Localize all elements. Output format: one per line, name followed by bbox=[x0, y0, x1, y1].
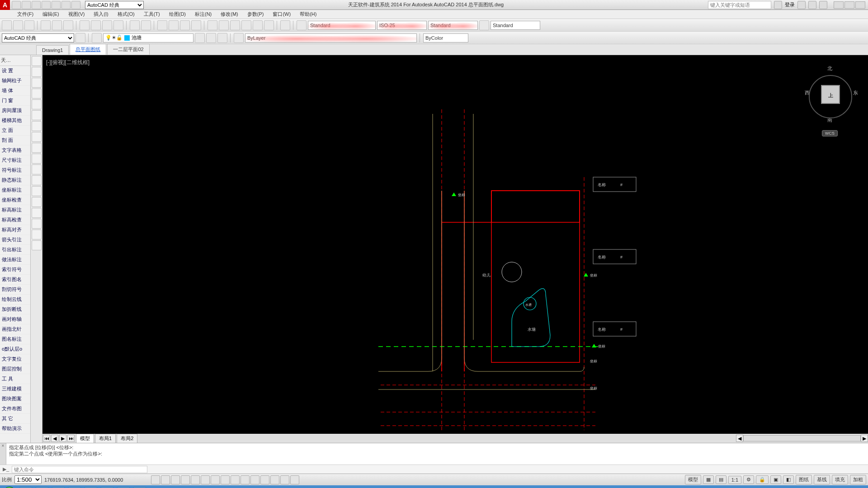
block-icon[interactable] bbox=[32, 197, 42, 207]
workspace-combo[interactable]: AutoCAD 经典 bbox=[2, 33, 74, 42]
sheetset-icon[interactable] bbox=[241, 20, 251, 30]
layer-combo[interactable]: 💡 ☀ 🔓 池塘 bbox=[103, 33, 193, 42]
tz-item[interactable]: 立 面 bbox=[0, 126, 30, 136]
tz-item[interactable]: 帮助演示 bbox=[0, 424, 30, 434]
help-icon[interactable] bbox=[819, 1, 827, 9]
doc-tab-drawing1[interactable]: Drawing1 bbox=[36, 45, 69, 55]
menu-file[interactable]: 文件(F) bbox=[14, 10, 37, 19]
user-icon[interactable] bbox=[774, 1, 782, 9]
tz-item[interactable]: 画对称轴 bbox=[0, 314, 30, 324]
status-bold[interactable]: 加粗 bbox=[850, 475, 866, 484]
mleader-icon[interactable] bbox=[479, 20, 489, 30]
quickview-layouts-icon[interactable]: ▦ bbox=[703, 475, 714, 484]
tz-item[interactable]: 尺寸标注 bbox=[0, 155, 30, 165]
menu-help[interactable]: 帮助(H) bbox=[296, 10, 320, 19]
designcenter-icon[interactable] bbox=[219, 20, 229, 30]
minimize-button[interactable] bbox=[834, 1, 844, 9]
paste-icon[interactable] bbox=[102, 20, 112, 30]
layout2-tab[interactable]: 布局2 bbox=[117, 434, 137, 443]
hscrollbar[interactable] bbox=[743, 435, 861, 441]
tab-prev-icon[interactable]: ◀ bbox=[51, 435, 58, 442]
insert-icon[interactable] bbox=[32, 208, 42, 218]
open-icon[interactable] bbox=[22, 1, 31, 9]
region-icon[interactable] bbox=[32, 154, 42, 164]
model-tab[interactable]: 模型 bbox=[76, 434, 94, 443]
textstyle-icon[interactable] bbox=[297, 20, 307, 30]
tz-item[interactable]: 房间屋顶 bbox=[0, 106, 30, 116]
tz-item[interactable]: 文字表格 bbox=[0, 145, 30, 155]
isolate-icon[interactable]: ◧ bbox=[783, 475, 794, 484]
polar-toggle[interactable] bbox=[181, 475, 190, 484]
zoom-window-icon[interactable] bbox=[180, 20, 190, 30]
dyn-toggle[interactable] bbox=[231, 475, 240, 484]
tz-item[interactable]: 索引图名 bbox=[0, 275, 30, 285]
cmdline-close-icon[interactable]: × bbox=[0, 443, 6, 465]
infer-toggle[interactable] bbox=[290, 475, 299, 484]
dim-style-combo[interactable]: ISO-25 bbox=[377, 21, 427, 30]
table-icon[interactable] bbox=[32, 164, 42, 174]
tab-last-icon[interactable]: ⏭ bbox=[67, 435, 75, 442]
menu-tools[interactable]: 工具(T) bbox=[140, 10, 164, 19]
text-style-combo[interactable]: Standard bbox=[308, 21, 376, 30]
mleader-style-combo[interactable]: Standard bbox=[491, 21, 540, 30]
polygon-icon[interactable] bbox=[32, 132, 42, 142]
tz-item[interactable]: 坐标标注 bbox=[0, 185, 30, 195]
markup-icon[interactable] bbox=[253, 20, 263, 30]
menu-window[interactable]: 窗口(W) bbox=[269, 10, 294, 19]
ortho-toggle[interactable] bbox=[171, 475, 180, 484]
toolpalette-icon[interactable] bbox=[230, 20, 240, 30]
table-style-combo[interactable]: Standard bbox=[428, 21, 478, 30]
matchprop-icon[interactable] bbox=[113, 20, 123, 30]
undo-icon[interactable] bbox=[61, 1, 71, 9]
close-button[interactable] bbox=[855, 1, 865, 9]
tz-item[interactable]: 工 具 bbox=[0, 374, 30, 384]
cut-icon[interactable] bbox=[80, 20, 90, 30]
saveas-icon[interactable] bbox=[42, 1, 51, 9]
menu-param[interactable]: 参数(P) bbox=[244, 10, 268, 19]
pline-icon[interactable] bbox=[32, 67, 42, 77]
cloud-icon[interactable] bbox=[808, 1, 816, 9]
tz-item[interactable]: 绘制云线 bbox=[0, 295, 30, 305]
menu-format[interactable]: 格式(O) bbox=[114, 10, 138, 19]
grid-toggle[interactable] bbox=[161, 475, 170, 484]
tz-item[interactable]: 符号标注 bbox=[0, 165, 30, 175]
layer-iso-icon[interactable] bbox=[217, 33, 227, 43]
preview-icon[interactable] bbox=[52, 20, 62, 30]
pan-icon[interactable] bbox=[157, 20, 167, 30]
tz-item[interactable]: 图块图案 bbox=[0, 394, 30, 404]
save-icon[interactable] bbox=[24, 20, 34, 30]
doc-tab-siteplan[interactable]: 总平面图纸 bbox=[70, 44, 106, 55]
hw-accel-icon[interactable]: ▣ bbox=[770, 475, 781, 484]
point-icon[interactable] bbox=[32, 186, 42, 196]
viewcube-east[interactable]: 东 bbox=[853, 89, 858, 96]
layer-prev-icon[interactable] bbox=[195, 33, 205, 43]
ellipse-icon[interactable] bbox=[32, 121, 42, 131]
undo-icon[interactable] bbox=[130, 20, 140, 30]
menu-draw[interactable]: 绘图(D) bbox=[165, 10, 189, 19]
tz-item[interactable]: 标高标注 bbox=[0, 205, 30, 215]
layer-props-icon[interactable] bbox=[92, 33, 102, 43]
ducs-toggle[interactable] bbox=[221, 475, 230, 484]
hatch-icon[interactable] bbox=[32, 143, 42, 153]
wcs-badge[interactable]: WCS bbox=[822, 130, 838, 136]
line-icon[interactable] bbox=[32, 56, 42, 66]
tz-item[interactable]: 楼梯其他 bbox=[0, 116, 30, 126]
3dosnap-toggle[interactable] bbox=[201, 475, 210, 484]
drawing-canvas[interactable]: [-][俯视][二维线框] 幼儿 bbox=[42, 55, 868, 443]
rect-icon[interactable] bbox=[32, 99, 42, 109]
menu-dim[interactable]: 标注(N) bbox=[191, 10, 215, 19]
mtext-icon[interactable] bbox=[32, 175, 42, 185]
publish-icon[interactable] bbox=[63, 20, 73, 30]
arc-icon[interactable] bbox=[32, 89, 42, 99]
plot-icon[interactable] bbox=[52, 1, 61, 9]
redo-icon[interactable] bbox=[141, 20, 151, 30]
tz-item[interactable]: 标高检查 bbox=[0, 215, 30, 225]
maximize-button[interactable] bbox=[844, 1, 854, 9]
status-fill[interactable]: 填充 bbox=[832, 475, 848, 484]
tz-item[interactable]: 剖切符号 bbox=[0, 285, 30, 295]
help-icon[interactable] bbox=[280, 20, 290, 30]
cmd-input[interactable] bbox=[12, 466, 147, 473]
tz-item[interactable]: o默认层o bbox=[0, 344, 30, 354]
tz-item[interactable]: 加折断线 bbox=[0, 305, 30, 314]
save-icon[interactable] bbox=[32, 1, 41, 9]
